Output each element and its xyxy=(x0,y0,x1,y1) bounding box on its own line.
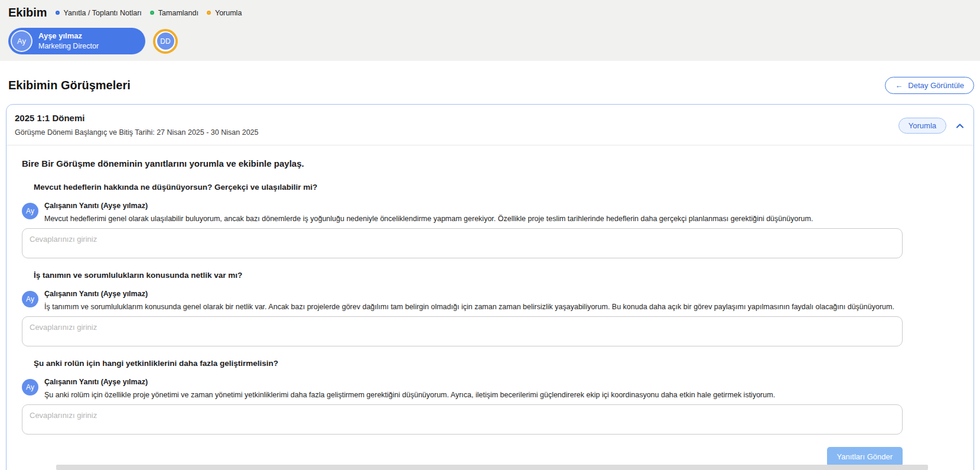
answer-label: Çalışanın Yanıtı (Ayşe yılmaz) xyxy=(44,202,813,210)
answer-text: İş tanımım ve sorumluluklarım konusunda … xyxy=(44,302,894,312)
legend-item-completed: Tamamlandı xyxy=(150,9,198,17)
member-name: Ayşe yılmaz xyxy=(38,31,99,41)
employee-answer: Ay Çalışanın Yanıtı (Ayşe yılmaz) Şu ank… xyxy=(22,378,958,400)
avatar: Ay xyxy=(22,203,38,219)
avatar: Ay xyxy=(22,379,38,396)
member-card-ayse-yilmaz[interactable]: Ay Ayşe yılmaz Marketing Director xyxy=(8,28,145,54)
topbar: Ekibim Yanıtla / Toplantı Notları Tamaml… xyxy=(0,0,980,61)
avatar: Ay xyxy=(22,291,38,307)
answer-text: Şu anki rolüm için özellikle proje yönet… xyxy=(44,390,775,400)
legend-item-comment: Yorumla xyxy=(207,9,242,17)
comment-button[interactable]: Yorumla xyxy=(898,118,946,134)
avatar: DD xyxy=(157,33,174,50)
comment-input[interactable] xyxy=(22,404,903,435)
member-avatar-dd[interactable]: DD xyxy=(153,29,178,54)
question-block-3: Şu anki rolün için hangi yetkinliklerini… xyxy=(22,359,958,435)
legend-label: Yanıtla / Toplantı Notları xyxy=(64,9,142,17)
submit-row: Yanıtları Gönder xyxy=(22,447,903,466)
question-text: Şu anki rolün için hangi yetkinliklerini… xyxy=(34,359,958,368)
avatar: Ay xyxy=(11,30,32,52)
submit-answers-button[interactable]: Yanıtları Gönder xyxy=(827,447,903,466)
period-card-heading: 2025 1:1 Dönemi Görüşme Dönemi Başlangıç… xyxy=(15,113,258,137)
answer-text: Mevcut hedeflerimi genel olarak ulaşılab… xyxy=(44,213,813,224)
employee-answer: Ay Çalışanın Yanıtı (Ayşe yılmaz) Mevcut… xyxy=(22,202,958,224)
status-legend: Yanıtla / Toplantı Notları Tamamlandı Yo… xyxy=(56,9,242,17)
question-text: Mevcut hedeflerin hakkında ne düşünüyors… xyxy=(34,183,958,192)
period-date-range: Görüşme Dönemi Başlangıç ve Bitiş Tarihi… xyxy=(15,128,258,137)
page-title: Ekibimin Görüşmeleri xyxy=(8,79,131,92)
team-members-row: Ay Ayşe yılmaz Marketing Director DD xyxy=(8,28,972,54)
answer-content: Çalışanın Yanıtı (Ayşe yılmaz) Mevcut he… xyxy=(44,202,813,224)
question-text: İş tanımın ve sorumlulukların konusunda … xyxy=(34,271,958,280)
member-info: Ayşe yılmaz Marketing Director xyxy=(38,31,99,51)
question-block-1: Mevcut hedeflerin hakkında ne düşünüyors… xyxy=(22,183,958,258)
status-blue-icon xyxy=(56,11,60,15)
view-detail-label: Detay Görüntüle xyxy=(908,81,964,90)
period-card-body: Bire Bir Görüşme döneminin yanıtlarını y… xyxy=(6,145,974,466)
view-detail-button[interactable]: ← Detay Görüntüle xyxy=(885,77,974,94)
status-orange-icon xyxy=(207,11,211,15)
employee-answer: Ay Çalışanın Yanıtı (Ayşe yılmaz) İş tan… xyxy=(22,290,958,312)
answer-content: Çalışanın Yanıtı (Ayşe yılmaz) İş tanımı… xyxy=(44,290,894,312)
answer-label: Çalışanın Yanıtı (Ayşe yılmaz) xyxy=(44,290,894,298)
intro-text: Bire Bir Görüşme döneminin yanıtlarını y… xyxy=(22,158,958,168)
answer-content: Çalışanın Yanıtı (Ayşe yılmaz) Şu anki r… xyxy=(44,378,775,400)
legend-label: Tamamlandı xyxy=(158,9,198,17)
comment-input[interactable] xyxy=(22,228,903,258)
legend-label: Yorumla xyxy=(215,9,242,17)
topbar-title-row: Ekibim Yanıtla / Toplantı Notları Tamaml… xyxy=(8,6,972,20)
period-card-header: 2025 1:1 Dönemi Görüşme Dönemi Başlangıç… xyxy=(6,105,974,145)
legend-item-reply: Yanıtla / Toplantı Notları xyxy=(56,9,142,17)
app-title: Ekibim xyxy=(8,6,47,20)
status-green-icon xyxy=(150,11,154,15)
page-head: Ekibimin Görüşmeleri ← Detay Görüntüle xyxy=(8,77,974,94)
back-arrow-icon: ← xyxy=(895,81,903,90)
horizontal-scrollbar[interactable] xyxy=(56,465,928,470)
period-card: 2025 1:1 Dönemi Görüşme Dönemi Başlangıç… xyxy=(6,104,974,470)
member-role: Marketing Director xyxy=(38,41,99,51)
period-card-actions: Yorumla xyxy=(898,118,965,134)
period-title: 2025 1:1 Dönemi xyxy=(15,113,258,123)
question-block-2: İş tanımın ve sorumlulukların konusunda … xyxy=(22,271,958,346)
comment-input[interactable] xyxy=(22,316,903,346)
chevron-up-icon[interactable] xyxy=(955,121,965,131)
answer-label: Çalışanın Yanıtı (Ayşe yılmaz) xyxy=(44,378,775,386)
